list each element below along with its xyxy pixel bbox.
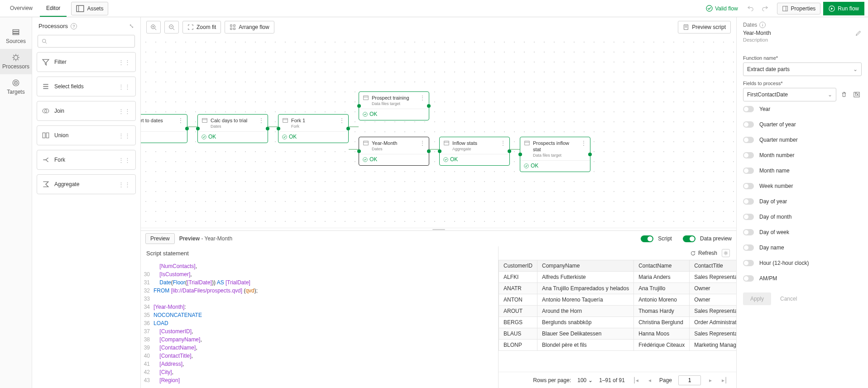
node-menu-button[interactable]: ⋮ [420, 140, 425, 146]
node-menu-button[interactable]: ⋮ [178, 117, 183, 124]
flow-node-n1[interactable]: Calc days to trial Dates ⋮ OK [197, 114, 268, 143]
flow-node-n5[interactable]: Inflow stats Aggregate ⋮ OK [439, 137, 510, 166]
flow-node-n2[interactable]: Fork 1 Fork ⋮ OK [278, 114, 349, 143]
rows-per-page-select[interactable]: 100 ⌄ [577, 377, 593, 383]
processor-card-fork[interactable]: Fork ⋮⋮ [37, 150, 136, 170]
node-menu-button[interactable]: ⋮ [339, 117, 345, 124]
output-port[interactable] [588, 153, 592, 156]
toggle-switch[interactable] [743, 121, 754, 128]
tab-editor[interactable]: Editor [40, 0, 67, 17]
next-page-button[interactable]: ▸ [707, 377, 714, 383]
preview-toggle-button[interactable]: Preview [145, 233, 175, 244]
column-header[interactable]: CompanyName [537, 260, 634, 272]
toggle-switch[interactable] [743, 198, 754, 205]
prev-page-button[interactable]: ◂ [647, 377, 653, 383]
table-row[interactable]: ALFKIAlfreds FutterkisteMaria AndersSale… [499, 272, 737, 283]
toggle-switch[interactable] [743, 168, 754, 174]
table-row[interactable]: BLONPBlondel père et filsFrédérique Cite… [499, 340, 737, 351]
node-menu-button[interactable]: ⋮ [259, 117, 264, 124]
page-input[interactable] [678, 375, 701, 385]
table-row[interactable]: AROUTAround the HornThomas HardySales Re… [499, 306, 737, 317]
flow-node-n6[interactable]: Prospects inflow stat Data files target … [520, 137, 590, 172]
node-title: Prospect training [372, 95, 409, 101]
processor-search[interactable] [38, 35, 135, 48]
output-port[interactable] [185, 127, 189, 130]
properties-button[interactable]: Properties [777, 3, 821, 14]
zoom-out-button[interactable] [164, 21, 179, 34]
cancel-button[interactable]: Cancel [776, 292, 801, 305]
redo-button[interactable] [759, 2, 772, 15]
node-menu-button[interactable]: ⋮ [581, 140, 586, 146]
first-page-button[interactable]: ⎮◂ [631, 377, 640, 383]
toggle-switch[interactable] [743, 244, 754, 251]
input-port[interactable] [277, 127, 280, 130]
table-row[interactable]: ANTONAntonio Moreno TaqueríaAntonio More… [499, 294, 737, 306]
output-port[interactable] [346, 127, 350, 130]
input-port[interactable] [357, 149, 361, 153]
processor-card-union[interactable]: Union ⋮⋮ [37, 125, 136, 145]
data-preview-toggle[interactable] [683, 235, 695, 242]
rail-targets[interactable]: Targets [0, 74, 32, 100]
toggle-switch[interactable] [743, 275, 754, 282]
toggle-switch[interactable] [743, 106, 754, 112]
node-menu-button[interactable]: ⋮ [500, 140, 506, 146]
table-row[interactable]: ANATRAna Trujillo Emparedados y heladosA… [499, 283, 737, 294]
undo-button[interactable] [744, 2, 757, 15]
zoom-in-button[interactable] [146, 21, 161, 34]
output-port[interactable] [427, 104, 431, 108]
zoom-fit-button[interactable]: Zoom fit [182, 21, 221, 34]
flow-node-n3[interactable]: Prospect training Data files target ⋮ OK [359, 91, 429, 120]
expression-button[interactable]: fx [852, 90, 862, 100]
input-port[interactable] [357, 104, 361, 108]
flow-canvas[interactable]: onvert to dates ates ⋮ OK Calc days to t… [141, 37, 736, 228]
script-toggle[interactable] [641, 235, 653, 242]
tab-overview[interactable]: Overview [4, 0, 39, 17]
input-port[interactable] [438, 149, 441, 153]
arrange-flow-button[interactable]: Arrange flow [225, 21, 274, 34]
input-port[interactable] [518, 153, 522, 156]
toggle-switch[interactable] [743, 260, 754, 266]
delete-field-button[interactable] [839, 90, 849, 100]
input-port[interactable] [196, 127, 200, 130]
collapse-panel-icon[interactable]: ⤡ [129, 23, 134, 29]
rail-processors[interactable]: Processors [0, 49, 32, 74]
toggle-switch[interactable] [743, 183, 754, 189]
processor-search-input[interactable] [50, 38, 131, 44]
output-port[interactable] [427, 149, 431, 153]
table-cell: Thomas Hardy [634, 306, 690, 317]
refresh-button[interactable]: Refresh [690, 250, 717, 256]
rail-sources[interactable]: Sources [0, 24, 32, 49]
table-row[interactable]: BERGSBerglunds snabbköpChristina Berglun… [499, 317, 737, 328]
column-header[interactable]: ContactTitle [690, 260, 736, 272]
processor-card-join[interactable]: Join ⋮⋮ [37, 101, 136, 121]
preview-script-button[interactable]: Preview script [678, 21, 731, 34]
column-header[interactable]: ContactName [634, 260, 690, 272]
table-settings-button[interactable] [722, 249, 730, 257]
output-port[interactable] [266, 127, 269, 130]
output-port[interactable] [508, 149, 511, 153]
toggle-switch[interactable] [743, 137, 754, 143]
processor-card-select-fields[interactable]: Select fields ⋮⋮ [37, 77, 136, 96]
script-editor[interactable]: [NumContacts],30 [IsCustomer],31 Date(Fl… [141, 260, 498, 388]
option-label: Month name [759, 168, 790, 174]
column-header[interactable]: CustomerID [499, 260, 537, 272]
function-name-select[interactable]: Extract date parts ⌄ [743, 62, 862, 76]
data-grid[interactable]: CustomerIDCompanyNameContactNameContactT… [499, 260, 736, 372]
toggle-switch[interactable] [743, 229, 754, 235]
processor-card-aggregate[interactable]: Aggregate ⋮⋮ [37, 174, 136, 194]
toggle-switch[interactable] [743, 214, 754, 220]
run-flow-button[interactable]: Run flow [823, 2, 864, 15]
help-icon[interactable]: ? [71, 23, 77, 29]
toggle-switch[interactable] [743, 152, 754, 158]
info-icon[interactable]: i [759, 22, 766, 28]
assets-button[interactable]: Assets [71, 2, 108, 15]
apply-button[interactable]: Apply [743, 292, 771, 305]
table-row[interactable]: BLAUSBlauer See DelikatessenHanna MoosSa… [499, 328, 737, 340]
last-page-button[interactable]: ▸⎮ [720, 377, 729, 383]
fields-to-process-select[interactable]: FirstContactDate ⌄ [743, 88, 836, 101]
node-menu-button[interactable]: ⋮ [420, 95, 425, 101]
processor-card-filter[interactable]: Filter ⋮⋮ [37, 52, 136, 72]
flow-node-n0[interactable]: onvert to dates ates ⋮ OK [141, 114, 187, 143]
flow-node-n4[interactable]: Year-Month Dates ⋮ OK [359, 137, 429, 166]
edit-title-button[interactable] [855, 30, 862, 36]
